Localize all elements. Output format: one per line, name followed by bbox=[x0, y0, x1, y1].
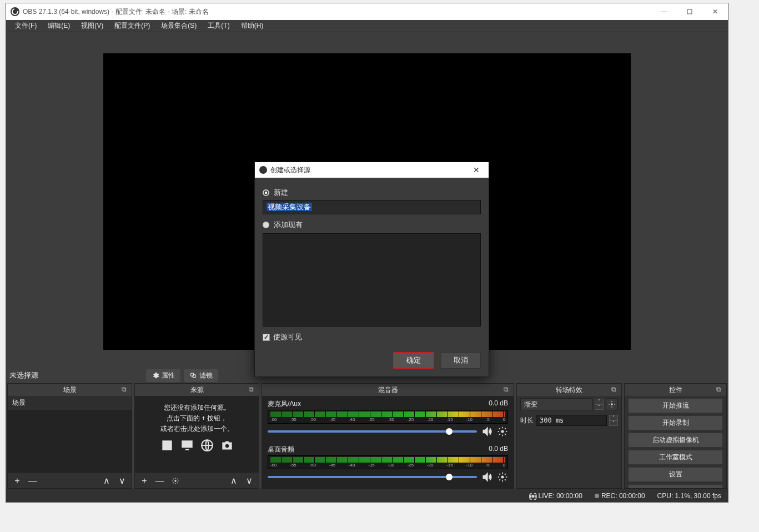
dialog-titlebar[interactable]: 创建或选择源 ✕ bbox=[255, 162, 489, 178]
cancel-button[interactable]: 取消 bbox=[441, 352, 481, 369]
window-title: OBS 27.1.3 (64-bit, windows) - 配置文件: 未命名… bbox=[23, 7, 209, 17]
sources-dock: 来源⧉ 您还没有添加任何源。 点击下面的 + 按钮， 或者右击此处添加一个。 bbox=[134, 383, 259, 489]
mixer-header[interactable]: 混音器⧉ bbox=[262, 384, 514, 396]
channel-name: 麦克风/Aux bbox=[268, 399, 301, 409]
radio-icon bbox=[263, 189, 269, 196]
gear-icon bbox=[152, 372, 159, 379]
sources-toolbar: + — ∧ ∨ bbox=[135, 473, 259, 488]
camera-icon bbox=[220, 438, 234, 453]
add-scene-button[interactable]: + bbox=[10, 475, 24, 487]
minimize-button[interactable]: — bbox=[651, 3, 677, 20]
speaker-icon[interactable] bbox=[481, 471, 492, 483]
obs-logo-icon bbox=[11, 7, 19, 16]
dialog-close-button[interactable]: ✕ bbox=[469, 165, 484, 174]
menu-scene-collection[interactable]: 场景集合(S) bbox=[155, 20, 202, 32]
transition-spinner[interactable]: ˄˅ bbox=[595, 399, 604, 410]
dialog-title: 创建或选择源 bbox=[270, 165, 310, 175]
gear-icon bbox=[608, 400, 616, 408]
svg-point-8 bbox=[611, 403, 613, 405]
source-settings-button[interactable] bbox=[168, 475, 183, 487]
menu-tools[interactable]: 工具(T) bbox=[202, 20, 235, 32]
existing-sources-list[interactable] bbox=[263, 233, 481, 327]
status-rec: REC: 00:00:00 bbox=[595, 492, 645, 500]
mixer-channel-mic: 麦克风/Aux0.0 dB -60-55-50-45-40-35-30-25-2… bbox=[262, 396, 514, 441]
menu-view[interactable]: 视图(V) bbox=[76, 20, 109, 32]
svg-point-4 bbox=[225, 444, 229, 448]
remove-scene-button[interactable]: — bbox=[26, 475, 40, 487]
controls-dock: 控件⧉ 开始推流 开始录制 启动虚拟摄像机 工作室模式 设置 退出 bbox=[624, 383, 727, 489]
popout-icon[interactable]: ⧉ bbox=[122, 385, 129, 393]
image-icon bbox=[160, 438, 174, 453]
remove-source-button[interactable]: — bbox=[153, 475, 167, 487]
menu-edit[interactable]: 编辑(E) bbox=[42, 20, 76, 32]
maximize-button[interactable] bbox=[677, 3, 702, 20]
settings-button[interactable]: 设置 bbox=[628, 467, 723, 482]
sources-empty-hint: 您还没有添加任何源。 点击下面的 + 按钮， 或者右击此处添加一个。 bbox=[135, 396, 259, 459]
source-up-button[interactable]: ∧ bbox=[227, 475, 241, 487]
volume-slider[interactable] bbox=[268, 476, 477, 478]
sources-header[interactable]: 来源⧉ bbox=[135, 384, 259, 396]
vu-meter: -60-55-50-45-40-35-30-25-20-15-10-50 bbox=[268, 455, 508, 469]
gear-icon[interactable] bbox=[497, 426, 508, 437]
scenes-header[interactable]: 场景⧉ bbox=[8, 384, 132, 396]
transition-settings-button[interactable] bbox=[606, 398, 618, 410]
exit-button[interactable]: 退出 bbox=[628, 484, 723, 488]
app-body: 文件(F) 编辑(E) 视图(V) 配置文件(P) 场景集合(S) 工具(T) … bbox=[6, 20, 728, 502]
popout-icon[interactable]: ⧉ bbox=[716, 385, 724, 393]
status-cpu: CPU: 1.1%, 30.00 fps bbox=[657, 492, 721, 500]
obs-main-window: OBS 27.1.3 (64-bit, windows) - 配置文件: 未命名… bbox=[6, 3, 728, 503]
volume-slider[interactable] bbox=[268, 430, 477, 433]
obs-logo-icon bbox=[259, 166, 267, 174]
filters-button[interactable]: 滤镜 bbox=[184, 369, 218, 382]
scenes-list[interactable]: 场景 bbox=[8, 396, 132, 473]
titlebar[interactable]: OBS 27.1.3 (64-bit, windows) - 配置文件: 未命名… bbox=[6, 3, 728, 20]
channel-name: 桌面音频 bbox=[268, 445, 294, 454]
gear-icon bbox=[172, 477, 179, 485]
docks: 场景⧉ 场景 + — ∧ ∨ 来源⧉ 您还没有添加任何源。 bbox=[6, 383, 728, 489]
transitions-body: 渐变 ˄˅ 时长 300 ms ˄˅ bbox=[517, 396, 621, 488]
svg-point-5 bbox=[174, 480, 177, 482]
scenes-dock: 场景⧉ 场景 + — ∧ ∨ bbox=[7, 383, 132, 489]
scene-up-button[interactable]: ∧ bbox=[99, 475, 114, 487]
menu-file[interactable]: 文件(F) bbox=[9, 20, 42, 32]
duration-label: 时长 bbox=[520, 416, 534, 425]
start-recording-button[interactable]: 开始录制 bbox=[628, 415, 723, 430]
start-streaming-button[interactable]: 开始推流 bbox=[628, 398, 723, 413]
gear-icon[interactable] bbox=[497, 471, 508, 483]
menu-help[interactable]: 帮助(H) bbox=[235, 20, 269, 32]
radio-add-existing[interactable]: 添加现有 bbox=[263, 220, 481, 230]
duration-input[interactable]: 300 ms bbox=[536, 415, 607, 426]
ok-button[interactable]: 确定 bbox=[393, 352, 434, 369]
close-button[interactable]: ✕ bbox=[702, 3, 728, 20]
duration-spinner[interactable]: ˄˅ bbox=[609, 415, 618, 426]
create-source-dialog: 创建或选择源 ✕ 新建 视频采集设备 添加现有 ✓ 使源可见 bbox=[254, 162, 489, 377]
dialog-body: 新建 视频采集设备 添加现有 ✓ 使源可见 bbox=[255, 178, 489, 348]
controls-header[interactable]: 控件⧉ bbox=[625, 384, 726, 396]
speaker-icon[interactable] bbox=[481, 426, 492, 437]
transition-combo[interactable]: 渐变 bbox=[520, 398, 592, 410]
mixer-body: 麦克风/Aux0.0 dB -60-55-50-45-40-35-30-25-2… bbox=[262, 396, 514, 488]
properties-button[interactable]: 属性 bbox=[146, 369, 180, 382]
transitions-header[interactable]: 转场特效⧉ bbox=[517, 384, 621, 396]
add-source-button[interactable]: + bbox=[137, 475, 152, 487]
start-virtual-cam-button[interactable]: 启动虚拟摄像机 bbox=[628, 433, 723, 448]
radio-create-new[interactable]: 新建 bbox=[263, 188, 481, 198]
scene-down-button[interactable]: ∨ bbox=[115, 475, 129, 487]
svg-point-7 bbox=[501, 476, 504, 479]
make-visible-checkbox[interactable]: ✓ 使源可见 bbox=[263, 332, 481, 342]
popout-icon[interactable]: ⧉ bbox=[611, 385, 619, 393]
menu-profile[interactable]: 配置文件(P) bbox=[109, 20, 155, 32]
source-down-button[interactable]: ∨ bbox=[242, 475, 257, 487]
sources-list[interactable]: 您还没有添加任何源。 点击下面的 + 按钮， 或者右击此处添加一个。 bbox=[135, 396, 259, 473]
scene-item[interactable]: 场景 bbox=[8, 396, 132, 410]
window-controls: — ✕ bbox=[651, 3, 728, 20]
source-name-input[interactable]: 视频采集设备 bbox=[263, 200, 481, 214]
source-name-value: 视频采集设备 bbox=[267, 203, 312, 211]
studio-mode-button[interactable]: 工作室模式 bbox=[628, 450, 723, 465]
scenes-toolbar: + — ∧ ∨ bbox=[8, 473, 132, 488]
popout-icon[interactable]: ⧉ bbox=[249, 385, 257, 393]
globe-icon bbox=[200, 438, 214, 453]
popout-icon[interactable]: ⧉ bbox=[504, 385, 511, 393]
transitions-dock: 转场特效⧉ 渐变 ˄˅ 时长 300 ms ˄˅ bbox=[516, 383, 622, 489]
status-live: LIVE: 00:00:00 bbox=[529, 492, 582, 500]
